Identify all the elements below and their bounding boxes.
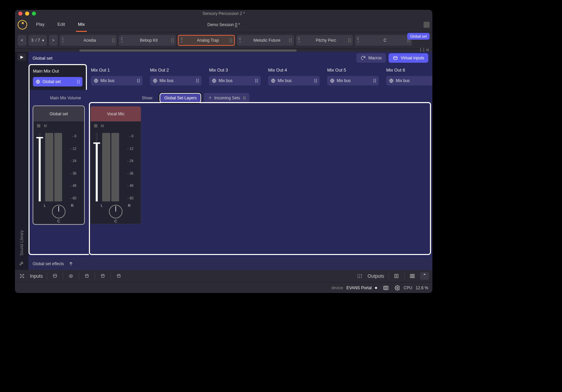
panel-header: Global set Macros Virtual inputs [29,52,432,64]
svg-point-12 [22,276,23,277]
device-name: EVANS Portal [346,286,372,290]
pan-knob[interactable] [109,205,123,218]
sound-library-label[interactable]: Sound Library [19,230,24,256]
svg-point-10 [20,277,21,278]
drum-icon-4[interactable] [99,272,107,280]
minimize-icon[interactable] [25,12,29,16]
pan-knob[interactable] [52,205,65,218]
out-grid-icon-2[interactable] [409,272,416,280]
tab-play[interactable]: Play [34,18,46,32]
drum-icon-1[interactable] [51,272,59,280]
sliders-icon[interactable] [356,272,363,280]
macros-button[interactable]: Macros [356,53,386,63]
scroll-thumb[interactable] [79,50,297,52]
wrench-icon[interactable] [19,260,24,267]
fader[interactable] [93,133,100,201]
kit-scrollbar[interactable]: M [15,48,432,52]
main-tabs: Play Edit Mix [34,18,87,32]
svg-point-8 [20,274,21,275]
cpu-label: CPU [404,286,412,290]
kit-bar: < 3 / 7 ▾ > 1Acedia2Bebop Kit3Analog Tra… [15,32,432,48]
menu-bar: Play Edit Mix Demo Session [] * [15,17,432,32]
kit-slot-3[interactable]: 3Analog Trap [178,35,235,46]
tab-edit[interactable]: Edit [55,18,67,32]
refresh-icon [360,55,366,61]
svg-rect-21 [410,274,411,278]
page-indicator[interactable]: 3 / 7 ▾ [29,35,47,46]
panel-title: Global set [33,56,53,61]
virtual-inputs-button[interactable]: Virtual inputs [389,53,428,63]
chevron-down-icon: ▾ [42,38,44,43]
traffic-lights [18,12,36,16]
record-button[interactable] [424,22,430,28]
svg-rect-23 [413,274,414,278]
next-button[interactable]: > [49,35,58,46]
titlebar: Sensory Percussion 2 * [15,10,432,17]
global-set-badge[interactable]: Global set [407,33,430,40]
inputs-label[interactable]: Inputs [30,273,43,279]
svg-point-11 [23,277,24,278]
tab-mix[interactable]: Mix [76,18,87,32]
svg-point-25 [397,287,398,289]
kit-slot-1[interactable]: 1Acedia [60,35,117,46]
prev-button[interactable]: < [18,35,26,46]
fader[interactable] [36,133,43,201]
device-label: device [331,286,343,290]
arrow-up-icon [68,261,74,267]
gear-icon[interactable] [395,285,400,291]
effects-bar[interactable]: Global set effects [29,258,432,270]
mix-panel: Global set Macros Virtual inputs Main Mi… [29,52,432,270]
page-total: / 7 [36,38,40,43]
status-bar: device EVANS Portal CPU 12.6 % [15,282,432,293]
svg-rect-19 [395,274,396,278]
svg-point-13 [53,274,56,276]
device-status-icon [375,287,377,289]
svg-point-9 [23,274,24,275]
expand-sidebar-button[interactable]: ▶ [17,53,26,61]
mixer-area: Global set M 01224364860 LR C Vocal Mic … [29,105,432,258]
app-window: Sensory Percussion 2 * Play Edit Mix Dem… [15,10,432,293]
drum-icon-2[interactable] [67,272,75,280]
cpu-value: 12.6 % [416,286,428,290]
io-matrix-icon[interactable] [380,285,391,291]
window-title: Sensory Percussion 2 * [203,11,245,16]
svg-rect-20 [397,274,398,278]
drum-icon [393,55,398,61]
drum-icon-3[interactable] [83,272,91,280]
svg-rect-22 [412,274,413,278]
page-current: 3 [31,38,34,43]
kit-slot-5[interactable]: 5Pitchy Perc [296,35,353,46]
left-sidebar: ▶ Sound Library [15,52,29,270]
svg-point-18 [117,274,120,275]
close-icon[interactable] [18,12,22,16]
outputs-label[interactable]: Outputs [368,273,384,279]
out-grid-icon-1[interactable] [393,272,400,280]
svg-point-15 [71,276,72,277]
svg-point-16 [86,274,88,275]
svg-point-0 [394,56,397,58]
svg-point-17 [101,274,104,275]
mini-mute: M [426,48,429,52]
collapse-button[interactable]: ˄ [420,272,429,280]
session-name: Demo Session [] * [207,22,240,27]
zoom-icon[interactable] [32,12,36,16]
footer-io: Inputs Outputs ˄ [15,270,432,282]
drum-icon-5[interactable] [115,272,123,280]
kit-slot-2[interactable]: 2Bebop Kit [119,35,176,46]
effects-label: Global set effects [33,261,64,266]
inputs-icon[interactable] [18,272,26,280]
app-logo-icon [18,20,27,30]
kit-slot-4[interactable]: 4Melodic Future [237,35,294,46]
kit-slot-6[interactable]: 6C [355,35,412,46]
